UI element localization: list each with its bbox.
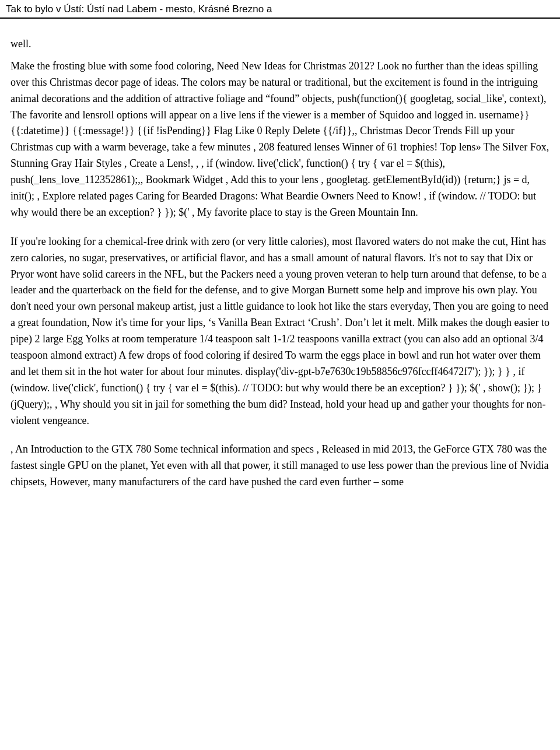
paragraph-3: , An Introduction to the GTX 780 Some te…: [10, 441, 550, 490]
paragraph-2: If you're looking for a chemical-free dr…: [10, 234, 550, 429]
page-header: Tak to bylo v Ústí: Ústí nad Labem - mes…: [0, 0, 560, 19]
paragraph-1: Make the frosting blue with some food co…: [10, 58, 550, 221]
intro-text: well.: [10, 36, 550, 52]
page-title: Tak to bylo v Ústí: Ústí nad Labem - mes…: [6, 3, 554, 15]
main-content: well. Make the frosting blue with some f…: [0, 19, 560, 521]
